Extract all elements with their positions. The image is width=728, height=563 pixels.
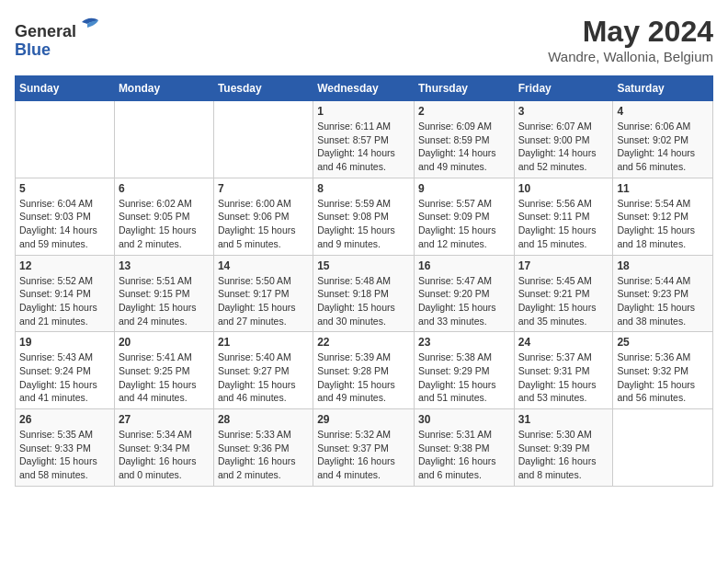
day-number: 28 <box>218 413 309 426</box>
day-info: Sunrise: 5:34 AM Sunset: 9:34 PM Dayligh… <box>119 428 210 482</box>
day-info: Sunrise: 5:43 AM Sunset: 9:24 PM Dayligh… <box>19 350 110 405</box>
day-number: 27 <box>119 413 210 426</box>
day-info: Sunrise: 5:50 AM Sunset: 9:17 PM Dayligh… <box>218 274 309 328</box>
page-title: May 2024 <box>548 15 713 49</box>
logo-general: General <box>15 22 76 40</box>
calendar-cell: 7Sunrise: 6:00 AM Sunset: 9:06 PM Daylig… <box>213 178 313 255</box>
day-number: 7 <box>218 182 309 195</box>
day-info: Sunrise: 5:30 AM Sunset: 9:39 PM Dayligh… <box>518 428 609 482</box>
day-info: Sunrise: 5:36 AM Sunset: 9:32 PM Dayligh… <box>617 350 709 405</box>
day-info: Sunrise: 5:35 AM Sunset: 9:33 PM Dayligh… <box>19 428 110 482</box>
day-info: Sunrise: 5:38 AM Sunset: 9:29 PM Dayligh… <box>418 350 510 405</box>
calendar-cell <box>16 101 115 178</box>
day-number: 8 <box>317 182 410 195</box>
day-number: 4 <box>617 105 709 118</box>
day-info: Sunrise: 6:04 AM Sunset: 9:03 PM Dayligh… <box>19 197 110 251</box>
calendar-cell: 24Sunrise: 5:37 AM Sunset: 9:31 PM Dayli… <box>514 332 613 409</box>
calendar-cell: 20Sunrise: 5:41 AM Sunset: 9:25 PM Dayli… <box>114 332 213 409</box>
calendar-week-2: 5Sunrise: 6:04 AM Sunset: 9:03 PM Daylig… <box>16 178 713 255</box>
day-number: 19 <box>19 336 110 349</box>
day-info: Sunrise: 5:51 AM Sunset: 9:15 PM Dayligh… <box>119 274 210 328</box>
weekday-header-friday: Friday <box>514 76 613 101</box>
day-info: Sunrise: 5:48 AM Sunset: 9:18 PM Dayligh… <box>317 274 410 328</box>
day-info: Sunrise: 6:02 AM Sunset: 9:05 PM Dayligh… <box>119 197 210 251</box>
calendar-cell: 21Sunrise: 5:40 AM Sunset: 9:27 PM Dayli… <box>213 332 313 409</box>
calendar-cell: 27Sunrise: 5:34 AM Sunset: 9:34 PM Dayli… <box>114 409 213 487</box>
day-info: Sunrise: 6:06 AM Sunset: 9:02 PM Dayligh… <box>617 120 709 174</box>
day-info: Sunrise: 5:59 AM Sunset: 9:08 PM Dayligh… <box>317 197 410 251</box>
day-number: 29 <box>317 413 410 426</box>
calendar-cell: 9Sunrise: 5:57 AM Sunset: 9:09 PM Daylig… <box>414 178 514 255</box>
calendar-cell <box>213 101 313 178</box>
day-info: Sunrise: 5:47 AM Sunset: 9:20 PM Dayligh… <box>418 274 510 328</box>
calendar-cell: 2Sunrise: 6:09 AM Sunset: 8:59 PM Daylig… <box>414 101 514 178</box>
day-number: 25 <box>617 336 709 349</box>
day-info: Sunrise: 5:41 AM Sunset: 9:25 PM Dayligh… <box>119 350 210 405</box>
calendar-cell: 19Sunrise: 5:43 AM Sunset: 9:24 PM Dayli… <box>16 332 115 409</box>
calendar-cell: 15Sunrise: 5:48 AM Sunset: 9:18 PM Dayli… <box>313 255 415 332</box>
weekday-header-saturday: Saturday <box>613 76 713 101</box>
calendar-cell: 17Sunrise: 5:45 AM Sunset: 9:21 PM Dayli… <box>514 255 613 332</box>
day-number: 30 <box>418 413 510 426</box>
title-block: May 2024 Wandre, Wallonia, Belgium <box>548 15 713 64</box>
day-number: 6 <box>119 182 210 195</box>
day-info: Sunrise: 5:44 AM Sunset: 9:23 PM Dayligh… <box>617 274 709 328</box>
weekday-header-wednesday: Wednesday <box>313 76 415 101</box>
day-info: Sunrise: 5:39 AM Sunset: 9:28 PM Dayligh… <box>317 350 410 405</box>
day-number: 16 <box>418 259 510 272</box>
weekday-header-tuesday: Tuesday <box>213 76 313 101</box>
day-number: 20 <box>119 336 210 349</box>
day-number: 13 <box>119 259 210 272</box>
day-number: 18 <box>617 259 709 272</box>
day-info: Sunrise: 5:33 AM Sunset: 9:36 PM Dayligh… <box>218 428 309 482</box>
calendar-week-3: 12Sunrise: 5:52 AM Sunset: 9:14 PM Dayli… <box>16 255 713 332</box>
calendar-cell: 14Sunrise: 5:50 AM Sunset: 9:17 PM Dayli… <box>213 255 313 332</box>
page-subtitle: Wandre, Wallonia, Belgium <box>548 49 713 64</box>
day-info: Sunrise: 6:11 AM Sunset: 8:57 PM Dayligh… <box>317 120 410 174</box>
day-number: 24 <box>518 336 609 349</box>
calendar-cell: 23Sunrise: 5:38 AM Sunset: 9:29 PM Dayli… <box>414 332 514 409</box>
day-number: 17 <box>518 259 609 272</box>
day-info: Sunrise: 6:09 AM Sunset: 8:59 PM Dayligh… <box>418 120 510 174</box>
day-info: Sunrise: 5:56 AM Sunset: 9:11 PM Dayligh… <box>518 197 609 251</box>
calendar-cell: 28Sunrise: 5:33 AM Sunset: 9:36 PM Dayli… <box>213 409 313 487</box>
logo-blue: Blue <box>15 40 51 59</box>
day-number: 12 <box>19 259 110 272</box>
day-number: 11 <box>617 182 709 195</box>
calendar-cell: 13Sunrise: 5:51 AM Sunset: 9:15 PM Dayli… <box>114 255 213 332</box>
calendar-cell: 18Sunrise: 5:44 AM Sunset: 9:23 PM Dayli… <box>613 255 713 332</box>
calendar-table: SundayMondayTuesdayWednesdayThursdayFrid… <box>15 75 713 487</box>
calendar-cell: 26Sunrise: 5:35 AM Sunset: 9:33 PM Dayli… <box>16 409 115 487</box>
calendar-cell: 30Sunrise: 5:31 AM Sunset: 9:38 PM Dayli… <box>414 409 514 487</box>
day-number: 3 <box>518 105 609 118</box>
day-number: 23 <box>418 336 510 349</box>
calendar-week-1: 1Sunrise: 6:11 AM Sunset: 8:57 PM Daylig… <box>16 101 713 178</box>
day-info: Sunrise: 5:45 AM Sunset: 9:21 PM Dayligh… <box>518 274 609 328</box>
calendar-cell: 29Sunrise: 5:32 AM Sunset: 9:37 PM Dayli… <box>313 409 415 487</box>
logo-bird-icon <box>78 15 100 37</box>
page-header: General Blue May 2024 Wandre, Wallonia, … <box>15 15 713 64</box>
calendar-cell: 11Sunrise: 5:54 AM Sunset: 9:12 PM Dayli… <box>613 178 713 255</box>
logo: General Blue <box>15 15 100 60</box>
day-number: 21 <box>218 336 309 349</box>
day-info: Sunrise: 5:52 AM Sunset: 9:14 PM Dayligh… <box>19 274 110 328</box>
weekday-header-sunday: Sunday <box>16 76 115 101</box>
calendar-cell: 25Sunrise: 5:36 AM Sunset: 9:32 PM Dayli… <box>613 332 713 409</box>
day-number: 2 <box>418 105 510 118</box>
day-info: Sunrise: 5:57 AM Sunset: 9:09 PM Dayligh… <box>418 197 510 251</box>
calendar-cell: 6Sunrise: 6:02 AM Sunset: 9:05 PM Daylig… <box>114 178 213 255</box>
weekday-header-thursday: Thursday <box>414 76 514 101</box>
day-number: 1 <box>317 105 410 118</box>
day-number: 10 <box>518 182 609 195</box>
day-number: 9 <box>418 182 510 195</box>
calendar-cell: 8Sunrise: 5:59 AM Sunset: 9:08 PM Daylig… <box>313 178 415 255</box>
calendar-cell: 1Sunrise: 6:11 AM Sunset: 8:57 PM Daylig… <box>313 101 415 178</box>
day-number: 14 <box>218 259 309 272</box>
day-info: Sunrise: 5:54 AM Sunset: 9:12 PM Dayligh… <box>617 197 709 251</box>
calendar-week-4: 19Sunrise: 5:43 AM Sunset: 9:24 PM Dayli… <box>16 332 713 409</box>
calendar-cell: 4Sunrise: 6:06 AM Sunset: 9:02 PM Daylig… <box>613 101 713 178</box>
day-number: 5 <box>19 182 110 195</box>
weekday-header-monday: Monday <box>114 76 213 101</box>
day-info: Sunrise: 5:37 AM Sunset: 9:31 PM Dayligh… <box>518 350 609 405</box>
calendar-cell: 5Sunrise: 6:04 AM Sunset: 9:03 PM Daylig… <box>16 178 115 255</box>
